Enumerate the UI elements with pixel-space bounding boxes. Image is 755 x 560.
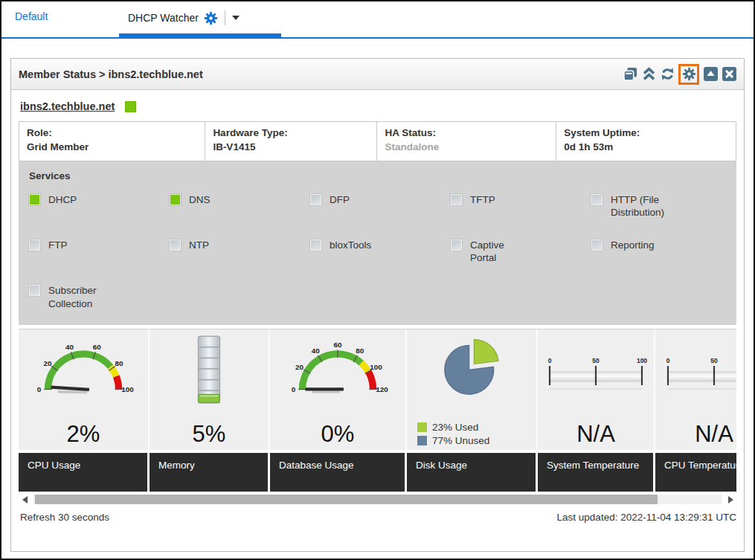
service-label: HTTP (File Distribution) [611, 193, 693, 219]
gauge-label-bar: CPU Usage Memory Database Usage Disk Usa… [19, 453, 736, 492]
svg-text:100: 100 [370, 363, 382, 371]
tab-default[interactable]: Default [15, 10, 48, 22]
service-status-icon [310, 194, 321, 205]
svg-text:50: 50 [592, 357, 600, 364]
cpu-temperature-gauge-icon: 0 50 100 [658, 355, 736, 393]
label-database-usage: Database Usage [270, 453, 405, 492]
active-tab-underline [119, 33, 281, 37]
svg-text:100: 100 [121, 385, 134, 393]
system-temperature-gauge-icon: 0 50 100 [540, 355, 652, 393]
service-label: TFTP [470, 193, 495, 219]
settings-gear-icon[interactable] [681, 67, 696, 82]
widget-title: Member Status > ibns2.techblue.net [19, 68, 623, 80]
legend-used-swatch [417, 422, 427, 432]
info-value: Grid Member [27, 141, 197, 155]
legend-unused: 77% Unused [417, 435, 489, 446]
member-row: ibns2.techblue.net [19, 96, 736, 121]
svg-text:40: 40 [65, 343, 74, 351]
collapse-widget-icon[interactable] [703, 67, 718, 82]
gauge-database-usage: 0 20 40 60 80 100 120 0% [270, 329, 407, 450]
svg-text:60: 60 [93, 343, 102, 351]
service-dns: DNS [170, 193, 304, 219]
service-status-icon [310, 239, 321, 251]
service-ntp: NTP [170, 239, 304, 265]
member-status-widget: Member Status > ibns2.techblue.net [10, 58, 745, 552]
info-value: 0d 1h 53m [564, 141, 728, 155]
widget-footer: Refresh 30 seconds Last updated: 2022-11… [19, 506, 736, 523]
member-link[interactable]: ibns2.techblue.net [20, 100, 115, 112]
svg-text:120: 120 [376, 385, 388, 393]
service-label: Captive Portal [470, 239, 522, 265]
service-reporting: Reporting [591, 239, 726, 265]
svg-text:80: 80 [356, 347, 364, 355]
disk-usage-legend: 23% Used 77% Unused [417, 419, 489, 450]
tab-settings-gear-icon[interactable] [204, 11, 218, 25]
service-label: Reporting [611, 239, 655, 265]
info-cell-role: Role: Grid Member [19, 122, 205, 161]
label-cpu-usage: CPU Usage [19, 453, 147, 492]
info-value: Standalone [385, 141, 548, 155]
label-cpu-temperature: CPU Temperature [655, 453, 736, 492]
tab-dropdown-caret-icon[interactable] [232, 16, 240, 20]
gauge-disk-usage: 23% Used 77% Unused [407, 329, 538, 450]
info-label: Role: [27, 126, 197, 141]
service-label: bloxTools [330, 239, 371, 265]
info-label: HA Status: [385, 126, 548, 141]
info-cell-system-uptime: System Uptime: 0d 1h 53m [556, 122, 736, 161]
label-memory: Memory [150, 453, 268, 492]
service-label: DHCP [48, 193, 77, 219]
info-cell-ha-status: HA Status: Standalone [377, 122, 556, 161]
refresh-interval-text: Refresh 30 seconds [20, 512, 109, 523]
label-system-temperature: System Temperature [538, 453, 653, 492]
svg-text:20: 20 [295, 363, 304, 371]
legend-used-label: 23% Used [432, 422, 478, 433]
info-label: System Uptime: [564, 126, 728, 141]
scroll-left-arrow[interactable] [19, 495, 30, 504]
cpu-usage-value: 2% [67, 421, 100, 450]
tab-separator [225, 10, 225, 25]
settings-gear-highlight [678, 64, 699, 85]
service-ftp: FTP [29, 239, 164, 265]
service-status-icon [29, 194, 40, 205]
gauge-cpu-temperature: 0 50 100 N/A [655, 329, 736, 450]
duplicate-icon[interactable] [623, 67, 637, 82]
dashboard-page: Default DHCP Watcher [0, 0, 755, 560]
info-value: IB-V1415 [213, 141, 369, 155]
tab-dhcp-watcher[interactable]: DHCP Watcher [128, 10, 240, 25]
label-disk-usage: Disk Usage [407, 453, 536, 492]
scrollbar-thumb[interactable] [35, 495, 658, 504]
widget-body: ibns2.techblue.net Role: Grid Member Har… [11, 90, 744, 551]
gauge-system-temperature: 0 50 100 N/A [538, 329, 655, 450]
last-updated-text: Last updated: 2022-11-04 13:29:31 UTC [557, 512, 736, 523]
collapse-all-icon[interactable] [641, 67, 656, 82]
member-status-indicator [125, 101, 136, 112]
database-usage-gauge-icon: 0 20 40 60 80 100 120 [283, 340, 393, 399]
scroll-right-arrow[interactable] [725, 495, 736, 504]
gauges-strip: 0 20 40 60 80 100 2% [19, 329, 736, 450]
service-bloxtools: bloxTools [310, 239, 445, 265]
svg-text:0: 0 [292, 385, 296, 393]
service-captive-portal: Captive Portal [451, 239, 585, 265]
close-widget-icon[interactable] [722, 67, 736, 82]
service-status-icon [591, 239, 603, 251]
cpu-temperature-value: N/A [695, 421, 733, 450]
services-title: Services [29, 170, 726, 181]
service-label: NTP [189, 239, 209, 265]
scrollbar-track[interactable] [33, 495, 722, 504]
memory-cylinder-icon [192, 334, 226, 405]
svg-text:60: 60 [333, 341, 342, 349]
widget-header: Member Status > ibns2.techblue.net [11, 59, 744, 90]
tab-bar: Default DHCP Watcher [1, 1, 754, 37]
svg-text:50: 50 [710, 357, 718, 364]
service-dfp: DFP [310, 193, 445, 219]
legend-unused-swatch [417, 436, 427, 445]
widget-toolbar [623, 64, 736, 85]
service-status-icon [451, 239, 462, 251]
service-status-icon [451, 194, 462, 205]
service-status-icon [29, 239, 40, 251]
cpu-usage-gauge-icon: 0 20 40 60 80 100 [28, 340, 138, 399]
info-cell-hardware-type: Hardware Type: IB-V1415 [205, 122, 377, 161]
refresh-icon[interactable] [660, 67, 675, 82]
tabbar-divider [1, 37, 754, 39]
svg-text:0: 0 [666, 357, 670, 364]
